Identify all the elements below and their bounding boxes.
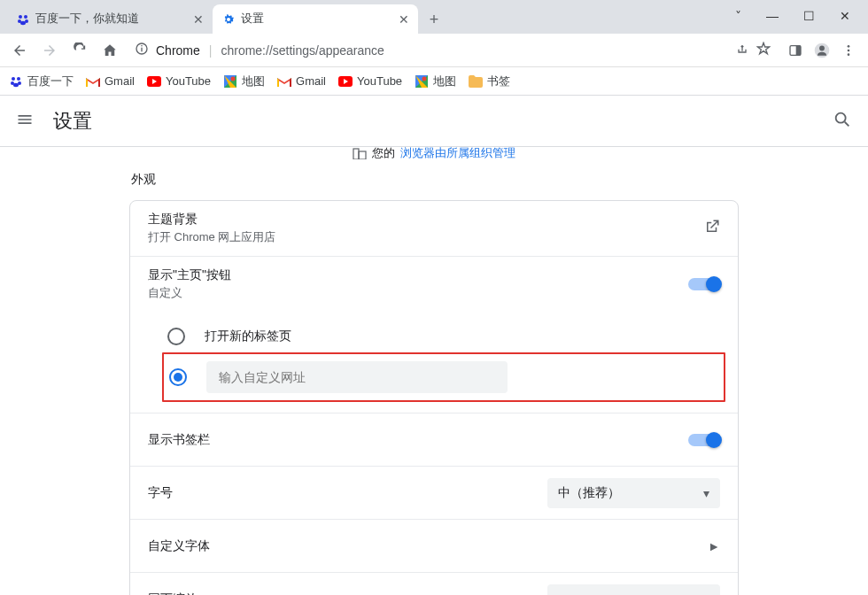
bookmark-maps[interactable]: 地图 bbox=[415, 73, 456, 89]
home-button-toggle[interactable] bbox=[688, 278, 720, 290]
radio-input[interactable] bbox=[169, 368, 187, 386]
custom-url-input[interactable] bbox=[206, 361, 508, 393]
baidu-icon bbox=[9, 74, 23, 89]
managed-banner: 您的浏览器由所属组织管理 bbox=[353, 147, 515, 161]
svg-rect-27 bbox=[353, 149, 359, 159]
svg-point-11 bbox=[819, 45, 825, 50]
page-title: 设置 bbox=[53, 108, 833, 135]
caret-down-icon: ▾ bbox=[703, 592, 709, 596]
gear-favicon-icon bbox=[221, 12, 236, 27]
menu-kebab-icon[interactable] bbox=[836, 38, 861, 63]
share-icon[interactable] bbox=[735, 42, 749, 58]
toolbar: Chrome | chrome://settings/appearance bbox=[0, 34, 868, 67]
profile-icon[interactable] bbox=[810, 38, 834, 63]
theme-row[interactable]: 主题背景 打开 Chrome 网上应用店 bbox=[130, 201, 738, 256]
bookmarks-bar-toggle[interactable] bbox=[688, 434, 720, 446]
maps-icon bbox=[223, 74, 237, 89]
home-button[interactable] bbox=[97, 38, 122, 63]
bookmarks-bar: 百度一下 Gmail YouTube 地图 Gmail YouTube 地图 书… bbox=[0, 67, 868, 96]
tab-title: 百度一下，你就知道 bbox=[35, 12, 188, 27]
reload-button[interactable] bbox=[67, 38, 92, 63]
site-info-icon[interactable] bbox=[135, 42, 149, 58]
omnibox[interactable]: Chrome | chrome://settings/appearance bbox=[128, 37, 778, 64]
svg-point-4 bbox=[20, 20, 26, 24]
custom-fonts-row[interactable]: 自定义字体 ► bbox=[130, 519, 738, 572]
tab-settings[interactable]: 设置 ✕ bbox=[213, 4, 418, 34]
radio-custom-url[interactable] bbox=[169, 358, 718, 397]
caret-down-icon: ▾ bbox=[703, 486, 709, 500]
svg-point-15 bbox=[12, 77, 15, 81]
svg-point-19 bbox=[13, 82, 19, 86]
font-size-row: 字号 中（推荐） ▾ bbox=[130, 466, 738, 519]
svg-point-1 bbox=[24, 15, 27, 19]
gmail-icon bbox=[86, 74, 100, 89]
bookmark-gmail[interactable]: Gmail bbox=[277, 74, 326, 89]
bookmark-maps[interactable]: 地图 bbox=[223, 73, 265, 89]
svg-point-22 bbox=[231, 76, 236, 81]
svg-point-13 bbox=[848, 49, 850, 51]
forward-button[interactable] bbox=[37, 38, 62, 63]
svg-point-0 bbox=[19, 15, 22, 19]
youtube-icon bbox=[147, 74, 161, 89]
window-controls: ˅ — ☐ ✕ bbox=[735, 0, 868, 9]
home-button-title: 显示"主页"按钮 bbox=[148, 267, 688, 283]
settings-content[interactable]: 您的浏览器由所属组织管理 外观 主题背景 打开 Chrome 网上应用店 显示"… bbox=[0, 147, 868, 595]
omnibox-path: chrome://settings/appearance bbox=[221, 43, 384, 58]
home-button-subtitle: 自定义 bbox=[148, 285, 688, 301]
appearance-card: 主题背景 打开 Chrome 网上应用店 显示"主页"按钮 自定义 打开新的标签… bbox=[129, 200, 739, 595]
svg-rect-28 bbox=[359, 151, 366, 159]
section-title-appearance: 外观 bbox=[129, 172, 739, 188]
back-button[interactable] bbox=[7, 38, 32, 63]
search-button[interactable] bbox=[833, 110, 852, 133]
svg-rect-6 bbox=[141, 48, 142, 52]
svg-rect-7 bbox=[141, 45, 142, 46]
radio-input[interactable] bbox=[167, 328, 185, 345]
close-icon[interactable]: ✕ bbox=[399, 12, 409, 27]
tab-baidu[interactable]: 百度一下，你就知道 ✕ bbox=[7, 4, 213, 34]
svg-rect-9 bbox=[796, 45, 801, 55]
svg-point-16 bbox=[17, 77, 20, 81]
bookmarks-bar-row: 显示书签栏 bbox=[130, 413, 738, 466]
close-icon[interactable]: ✕ bbox=[193, 12, 204, 27]
radio-new-tab-page[interactable]: 打开新的标签页 bbox=[167, 317, 720, 356]
highlight-annotation bbox=[162, 352, 725, 402]
baidu-favicon-icon bbox=[16, 12, 30, 27]
omnibox-domain: Chrome bbox=[156, 43, 200, 58]
svg-point-14 bbox=[848, 53, 850, 56]
svg-point-25 bbox=[422, 76, 427, 81]
bookmark-baidu[interactable]: 百度一下 bbox=[9, 73, 74, 89]
bookmark-gmail[interactable]: Gmail bbox=[86, 74, 135, 89]
building-icon bbox=[353, 147, 367, 159]
menu-button[interactable] bbox=[16, 111, 37, 132]
chevron-right-icon: ► bbox=[708, 539, 720, 553]
youtube-icon bbox=[338, 74, 353, 89]
bookmark-folder[interactable]: 书签 bbox=[469, 73, 510, 89]
bookmark-youtube[interactable]: YouTube bbox=[147, 74, 211, 89]
home-page-radio-group: 打开新的标签页 bbox=[130, 312, 738, 413]
new-tab-button[interactable]: + bbox=[422, 7, 446, 32]
home-button-row: 显示"主页"按钮 自定义 bbox=[130, 256, 738, 312]
folder-icon bbox=[469, 74, 483, 89]
theme-title: 主题背景 bbox=[148, 212, 704, 228]
bookmark-star-icon[interactable] bbox=[756, 42, 771, 58]
side-panel-icon[interactable] bbox=[783, 38, 808, 63]
svg-point-26 bbox=[836, 112, 846, 122]
gmail-icon bbox=[277, 74, 291, 89]
tab-title: 设置 bbox=[241, 12, 393, 27]
maps-icon bbox=[415, 74, 429, 89]
open-external-icon[interactable] bbox=[704, 219, 720, 238]
svg-point-12 bbox=[848, 45, 850, 48]
page-zoom-select[interactable]: 100% ▾ bbox=[547, 584, 720, 596]
theme-subtitle: 打开 Chrome 网上应用店 bbox=[148, 229, 704, 245]
settings-header: 设置 bbox=[0, 96, 868, 147]
font-size-select[interactable]: 中（推荐） ▾ bbox=[547, 478, 720, 508]
page-zoom-row: 网页缩放 100% ▾ bbox=[130, 572, 738, 595]
bookmark-youtube[interactable]: YouTube bbox=[338, 74, 402, 89]
